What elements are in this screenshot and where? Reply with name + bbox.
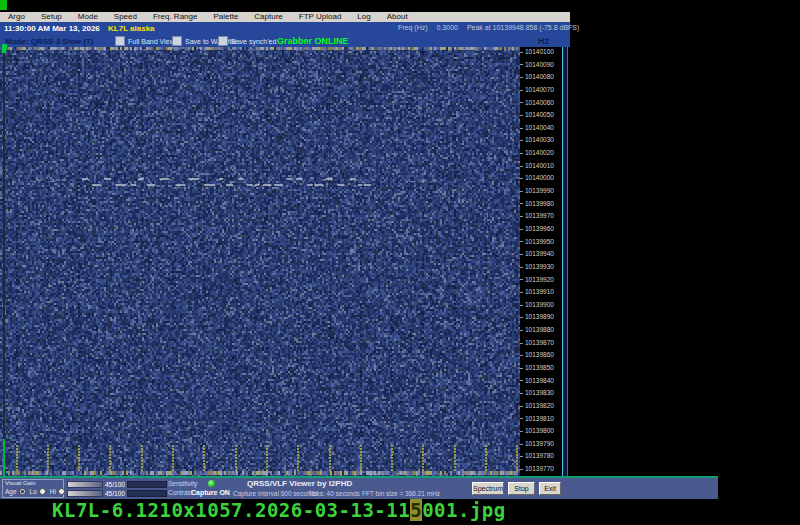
radio-age[interactable]: [19, 488, 26, 495]
slider-channel[interactable]: [127, 481, 167, 488]
filename-prefix: KL7L-6.1210x1057.2026-03-13-11: [52, 499, 410, 521]
mode-label: Mode: QRSS 3 Slow (T): [5, 37, 93, 46]
freq-scale-label: 10140040: [520, 124, 554, 131]
freq-readout-label: Freq (Hz): [398, 24, 428, 31]
checkbox-label: Full Band View: [128, 38, 175, 45]
contrast-value: 45/100: [105, 490, 125, 497]
freq-scale-label: 10139930: [520, 263, 554, 270]
capture-interval-label: Capture interval 600 seconds: [233, 490, 318, 497]
freq-scale-label: 10139940: [520, 250, 554, 257]
freq-scale-label: 10140030: [520, 136, 554, 143]
radio-hi-label: Hi: [50, 488, 56, 495]
menu-speed[interactable]: Speed: [106, 12, 145, 22]
argo-app-window: Argo Setup Mode Speed Freq. Range Palett…: [0, 0, 800, 525]
peak-readout: Peak at 10139948.858 (-75.8 dBFS): [467, 24, 579, 31]
freq-scale-label: 10140080: [520, 73, 554, 80]
frequency-scale: 1014010010140090101400801014007010140060…: [520, 47, 562, 476]
menu-capture[interactable]: Capture: [246, 12, 290, 22]
freq-scale-label: 10139920: [520, 276, 554, 283]
radio-lo[interactable]: [39, 488, 46, 495]
waterfall-display[interactable]: [0, 47, 520, 476]
freq-scale-label: 10140100: [520, 48, 554, 55]
menu-argo[interactable]: Argo: [0, 12, 33, 22]
freq-scale-label: 10139870: [520, 339, 554, 346]
freq-scale-label: 10139810: [520, 415, 554, 422]
freq-scale-label: 10139790: [520, 440, 554, 447]
menu-bar: Argo Setup Mode Speed Freq. Range Palett…: [0, 12, 570, 22]
menu-setup[interactable]: Setup: [33, 12, 70, 22]
corner-marker: [0, 0, 7, 10]
visual-gain-title: Visual Gain: [5, 480, 36, 486]
checkbox-icon[interactable]: [115, 36, 125, 46]
menu-ftp-upload[interactable]: FTP Upload: [291, 12, 350, 22]
stop-button[interactable]: Stop: [508, 482, 535, 495]
menu-palette[interactable]: Palette: [205, 12, 246, 22]
menu-about[interactable]: About: [379, 12, 416, 22]
contrast-label: Contrast: [168, 489, 193, 496]
app-title: QRSS/VLF Viewer by I2PHD: [247, 479, 352, 488]
freq-scale-label: 10139820: [520, 402, 554, 409]
contrast-slider[interactable]: 45/100: [67, 489, 167, 497]
callsign-label: KL7L alaska: [108, 24, 155, 33]
checkbox-save-synched[interactable]: Save synch'ed: [218, 36, 276, 46]
control-bar: Visual Gain Age Lo Hi 45/100 45/100 Sens…: [0, 476, 718, 499]
freq-scale-label: 10140050: [520, 111, 554, 118]
freq-scale-label: 10139850: [520, 364, 554, 371]
freq-scale-label: 10139960: [520, 225, 554, 232]
freq-scale-label: 10139990: [520, 187, 554, 194]
freq-scale-label: 10140020: [520, 149, 554, 156]
capture-led-icon: [208, 480, 215, 487]
freq-scale-label: 10139830: [520, 389, 554, 396]
checkbox-label: Save synch'ed: [231, 38, 276, 45]
scale-scrollbar[interactable]: [562, 47, 568, 476]
freq-scale-label: 10140000: [520, 174, 554, 181]
freq-scale-label: 10140070: [520, 86, 554, 93]
sensitivity-label: Sensitivity: [168, 480, 197, 487]
menu-freq-range[interactable]: Freq. Range: [145, 12, 205, 22]
slider-gradient[interactable]: [67, 481, 103, 488]
grab-filename-caption: KL7L-6.1210x1057.2026-03-13-115001.jpg: [52, 499, 506, 521]
clock-time: 11:30:00 AM: [4, 24, 50, 33]
freq-scale-label: 10139890: [520, 313, 554, 320]
text-cursor: 5: [410, 499, 422, 521]
freq-scale-label: 10139880: [520, 326, 554, 333]
radio-age-label: Age: [5, 488, 17, 495]
waterfall-edge-marker: [2, 44, 7, 50]
slider-channel[interactable]: [127, 490, 167, 497]
ticks-label: Ticks: 40 seconds: [308, 490, 360, 497]
sensitivity-slider[interactable]: 45/100: [67, 480, 167, 488]
mode-bar: Mode: QRSS 3 Slow (T) Full Band View Sav…: [0, 34, 570, 47]
freq-scale-label: 10139910: [520, 288, 554, 295]
menu-log[interactable]: Log: [349, 12, 378, 22]
freq-scale-label: 10139840: [520, 377, 554, 384]
title-bar: 11:30:00 AM Mar 13, 2026 KL7L alaska Fre…: [0, 22, 570, 34]
checkbox-full-band-view[interactable]: Full Band View: [115, 36, 175, 46]
freq-scale-label: 10139860: [520, 351, 554, 358]
clock-date: Mar 13, 2026: [52, 24, 100, 33]
freq-scale-label: 10139770: [520, 465, 554, 472]
checkbox-icon[interactable]: [218, 36, 228, 46]
grabber-online-status: Grabber ONLINE: [277, 36, 349, 46]
freq-scale-label: 10139800: [520, 427, 554, 434]
freq-scale-label: 10139980: [520, 200, 554, 207]
spectrum-button[interactable]: Spectrum: [472, 482, 504, 495]
slider-gradient[interactable]: [67, 490, 103, 497]
fft-bin-label: FFT bin size = 366.21 mHz: [362, 490, 440, 497]
menu-mode[interactable]: Mode: [70, 12, 106, 22]
exit-button[interactable]: Exit: [539, 482, 561, 495]
freq-scale-label: 10140010: [520, 162, 554, 169]
sensitivity-value: 45/100: [105, 481, 125, 488]
filename-suffix: 001.jpg: [422, 499, 506, 521]
freq-readout-value: 0.3000: [437, 24, 458, 31]
freq-scale-label: 10140060: [520, 99, 554, 106]
capture-on-label: Capture ON: [191, 489, 230, 496]
checkbox-icon[interactable]: [172, 36, 182, 46]
freq-scale-label: 10139970: [520, 212, 554, 219]
radio-lo-label: Lo: [30, 488, 37, 495]
freq-scale-label: 10139900: [520, 301, 554, 308]
radio-hi[interactable]: [58, 488, 65, 495]
freq-scale-label: 10140090: [520, 61, 554, 68]
freq-scale-label: 10139780: [520, 452, 554, 459]
visual-gain-groupbox: Visual Gain Age Lo Hi: [2, 479, 64, 498]
freq-scale-label: 10139950: [520, 238, 554, 245]
